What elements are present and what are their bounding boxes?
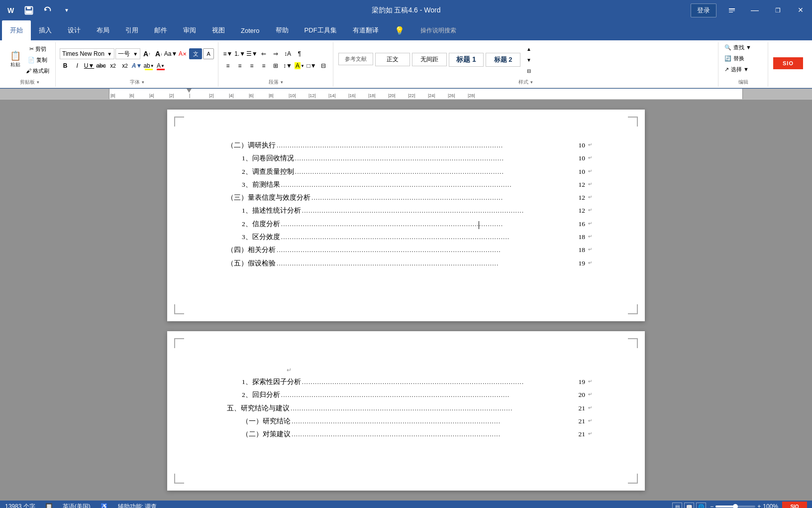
font-content: Times New Ron ▼ 一号 ▼ A↑ A↓ Aa▼ A✕ 文 A [60,42,214,77]
styles-down-button[interactable]: ▼ [523,54,534,65]
zoom-thumb[interactable] [733,504,738,508]
ribbon-display-btn[interactable] [720,0,743,20]
shrink-font-button[interactable]: A↓ [153,48,164,59]
tab-lightbulb[interactable]: 💡 [387,20,412,40]
justify-button[interactable]: ≡ [258,60,269,71]
align-center-button[interactable]: ≡ [234,60,245,71]
zoom-slider[interactable] [715,506,755,508]
tab-zotero[interactable]: Zotero [233,20,268,40]
align-right-button[interactable]: ≡ [246,60,257,71]
toc-entry-7: 2、信度分析 .................................… [227,218,585,230]
minimize-button[interactable]: — [743,0,766,20]
style-no-space[interactable]: 无间距 [412,53,447,66]
toc-entry-4: 3、前测结果 .................................… [227,179,585,191]
align-left-button[interactable]: ≡ [222,60,233,71]
text-effect-button[interactable]: A▼ [131,60,142,71]
paste-button[interactable]: 📋 粘贴 [8,45,23,75]
style-reference[interactable]: 参考文献 [338,53,373,65]
change-case-button[interactable]: Aa▼ [165,48,176,59]
replace-button[interactable]: 🔄 替换 [722,53,746,63]
show-marks-button[interactable]: ¶ [294,48,305,59]
word-icon[interactable]: W [2,1,20,19]
tab-home[interactable]: 开始 [2,20,31,40]
toc-entry-6: 1、描述性统计分析 ..............................… [227,205,585,217]
toc-entry-1: （二）调研执行 ................................… [227,139,585,151]
italic-button[interactable]: I [72,60,83,71]
tab-youdao[interactable]: 有道翻译 [345,20,387,40]
styles-up-button[interactable]: ▲ [523,43,534,54]
zoom-out-btn[interactable]: − [710,503,713,508]
distribute-button[interactable]: ⊞ [270,60,281,71]
title-bar-right: 登录 — ❐ × [691,0,812,20]
font-color-button[interactable]: A ▼ [155,60,166,71]
tab-pdf[interactable]: PDF工具集 [297,20,345,40]
find-button[interactable]: 🔍 查找 ▼ [722,42,753,52]
cut-button[interactable]: ✂ 剪切 [24,44,51,54]
grow-font-button[interactable]: A↑ [141,48,152,59]
tab-mailings[interactable]: 邮件 [146,20,175,40]
toc-entry-3: 2、调查质量控制 ...............................… [227,166,585,178]
style-normal[interactable]: 正文 [375,53,410,66]
toc-entry-2: 1、问卷回收情况 ...............................… [227,152,585,164]
zoom-in-btn[interactable]: + [757,503,761,508]
numbering-button[interactable]: 1.▼ [234,48,245,59]
toc-entry-10: （五）假设检验 ................................… [227,257,585,269]
search-box[interactable]: 操作说明搜索 [412,20,464,40]
tab-references[interactable]: 引用 [117,20,146,40]
view-buttons: ▤ 📖 🌐 [672,503,706,508]
tab-insert[interactable]: 插入 [31,20,60,40]
superscript-button[interactable]: x2 [119,60,130,71]
copy-button[interactable]: 📄 复制 [24,55,51,65]
save-icon[interactable] [20,1,38,19]
customize-icon[interactable]: ▼ [58,1,76,19]
sort-button[interactable]: ↕A [282,48,293,59]
document-area: （二）调研执行 ................................… [0,100,812,501]
toc-entries-page1: （二）调研执行 ................................… [227,139,585,269]
borders-button[interactable]: □▼ [306,60,317,71]
web-layout-btn[interactable]: 🌐 [696,503,706,508]
restore-button[interactable]: ❐ [766,0,789,20]
read-mode-btn[interactable]: 📖 [684,503,694,508]
tab-layout[interactable]: 布局 [89,20,117,40]
sio-logo-status: SIO [782,502,807,508]
shading-button[interactable]: A▼ [294,60,305,71]
decrease-indent-button[interactable]: ⇐ [258,48,269,59]
signin-button[interactable]: 登录 [691,3,716,17]
line-spacing-button[interactable]: ↕▼ [282,60,293,71]
undo-icon[interactable] [39,1,57,19]
increase-indent-button[interactable]: ⇒ [270,48,281,59]
border-option-button[interactable]: ⊟ [318,60,329,71]
styles-content: 参考文献 正文 无间距 标题 1 标题 2 ▲ ▼ ⊟ [337,42,714,77]
language: 英语(美国) [63,503,91,508]
print-layout-btn[interactable]: ▤ [672,503,682,508]
bold-button[interactable]: B [60,60,71,71]
svg-rect-4 [26,10,32,13]
tab-review[interactable]: 审阅 [175,20,204,40]
page-1: （二）调研执行 ................................… [167,110,645,321]
chinese-format-button[interactable]: 文 [189,48,202,59]
underline-button[interactable]: U▼ [84,60,95,71]
unicode-button[interactable]: A [203,48,214,59]
subscript-button[interactable]: x2 [107,60,118,71]
style-heading2[interactable]: 标题 2 [486,53,520,67]
select-button[interactable]: ↗ 选择 ▼ [722,64,751,74]
group-clipboard: 📋 粘贴 ✂ 剪切 📄 复制 🖌 格式刷 剪贴板 ▾ [4,42,56,87]
close-button[interactable]: × [789,0,812,20]
tab-help[interactable]: 帮助 [268,20,297,40]
multilevel-list-button[interactable]: ☰▼ [246,48,257,59]
corner-tl [174,117,184,127]
svg-rect-3 [27,6,31,9]
font-family-selector[interactable]: Times New Ron ▼ [60,48,114,59]
styles-more-button[interactable]: ⊟ [523,65,534,76]
document-title: 梁韵如 五稿4.6 - Word [372,6,441,15]
bullets-button[interactable]: ≡▼ [222,48,233,59]
tab-view[interactable]: 视图 [204,20,233,40]
ribbon-tabs: 开始 插入 设计 布局 引用 邮件 审阅 视图 Zotero 帮助 PDF工具集… [0,20,812,40]
strikethrough-button[interactable]: abc [96,60,106,71]
format-painter-button[interactable]: 🖌 格式刷 [24,66,51,76]
style-heading1[interactable]: 标题 1 [449,53,484,67]
clear-format-button[interactable]: A✕ [177,48,188,59]
text-highlight-button[interactable]: ab ▼ [143,60,154,71]
tab-design[interactable]: 设计 [60,20,89,40]
font-size-selector[interactable]: 一号 ▼ [115,48,140,59]
